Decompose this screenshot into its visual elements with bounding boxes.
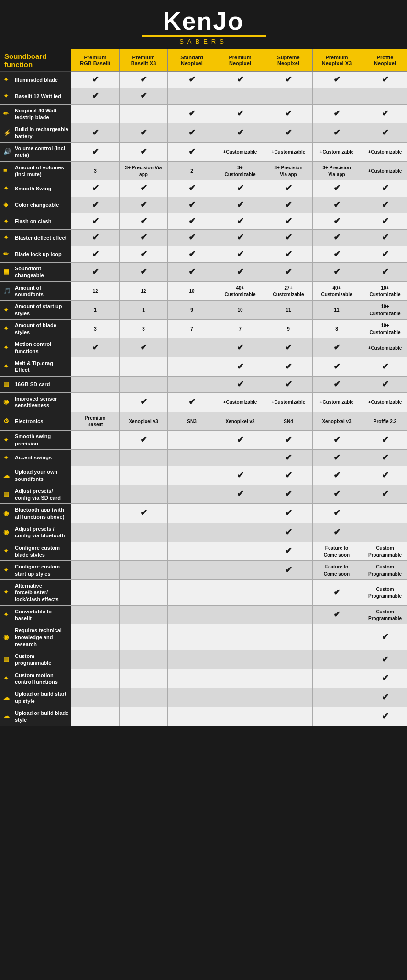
data-cell (168, 624, 216, 650)
check-mark: ✔ (382, 233, 389, 242)
data-cell (361, 88, 407, 104)
check-mark: ✔ (285, 233, 292, 242)
data-cell: 11 (264, 301, 313, 320)
check-mark: ✔ (382, 249, 389, 259)
check-mark: ✔ (382, 128, 389, 137)
data-cell (313, 650, 361, 669)
feature-cell: ◈Color changeable (0, 197, 71, 213)
data-cell (264, 624, 313, 650)
data-cell: ✔ (264, 431, 313, 450)
data-cell: 9 (168, 301, 216, 320)
data-cell: ✔ (361, 197, 407, 213)
data-cell: ✔ (313, 123, 361, 143)
row-icon: 🎵 (3, 287, 11, 295)
data-cell: ✔ (264, 72, 313, 88)
data-cell: ✔ (313, 104, 361, 123)
feature-cell: ▦Soundfont changeable (0, 263, 71, 282)
data-cell: ✔ (120, 246, 168, 262)
data-cell: ✔ (120, 338, 168, 357)
data-cell (264, 669, 313, 688)
data-cell (168, 579, 216, 605)
feature-cell: ✦Configure custom start up styles (0, 561, 71, 580)
data-cell: ✔ (313, 230, 361, 246)
check-mark: ✔ (382, 109, 389, 118)
check-mark: ✔ (237, 343, 244, 352)
data-cell: SN3 (168, 412, 216, 431)
feature-cell: ▦16GB SD card (0, 376, 71, 392)
check-mark: ✔ (188, 233, 196, 242)
data-cell: ✔ (216, 485, 264, 504)
data-cell (216, 624, 264, 650)
data-cell: +Customizable (361, 142, 407, 161)
data-cell: ✔ (168, 142, 216, 161)
check-mark: ✔ (333, 200, 341, 210)
check-mark: ✔ (333, 75, 341, 84)
row-icon: ☁ (3, 713, 10, 721)
feature-label: Smooth Swing (15, 186, 51, 191)
data-cell: ✔ (361, 180, 407, 197)
feature-cell: ✦Illuminated blade (0, 72, 71, 88)
table-row: ◉Adjust presets / config via bluetooth✔✔ (0, 523, 407, 542)
check-mark: ✔ (188, 75, 196, 84)
data-cell (168, 688, 216, 707)
data-cell (120, 669, 168, 688)
check-mark: ✔ (333, 610, 341, 619)
table-row: ✏Blade lock up loop✔✔✔✔✔✔✔ (0, 246, 407, 262)
data-cell (71, 624, 120, 650)
check-mark: ✔ (237, 470, 244, 480)
data-cell (168, 338, 216, 357)
data-cell (168, 357, 216, 377)
data-cell: ✔ (120, 213, 168, 229)
feature-cell: 🔊Volume control (incl mute) (0, 142, 71, 161)
data-cell (168, 707, 216, 726)
check-mark: ✔ (140, 233, 147, 242)
cell-value: 40+ Customizable (224, 285, 255, 297)
feature-label: Melt & Tip-drag Effect (15, 360, 53, 373)
data-cell: ✔ (71, 180, 120, 197)
feature-cell: ✦Custom motion control functions (0, 669, 71, 688)
feature-label: Adjust presets / config via bluetooth (15, 526, 65, 538)
data-cell: 3 (71, 161, 120, 180)
data-cell: ✔ (216, 72, 264, 88)
check-mark: ✔ (188, 109, 196, 118)
check-mark: ✔ (333, 233, 341, 242)
data-cell: Feature to Come soon (313, 542, 361, 561)
data-cell: ✔ (264, 561, 313, 580)
data-cell (120, 688, 168, 707)
data-cell (264, 579, 313, 605)
data-cell (264, 650, 313, 669)
column-headers: Soundboardfunction PremiumRGB Baselit Pr… (0, 49, 407, 72)
data-cell: ✔ (313, 431, 361, 450)
soundboard-header: Soundboardfunction (0, 49, 71, 72)
feature-label: Amount of start up styles (15, 303, 62, 316)
data-cell: ✔ (216, 180, 264, 197)
data-cell: ✔ (313, 485, 361, 504)
cell-value: 27+ Customizable (273, 285, 304, 297)
check-mark: ✔ (237, 75, 244, 84)
row-icon: ▦ (3, 268, 9, 276)
data-cell (168, 523, 216, 542)
check-mark: ✔ (333, 489, 341, 499)
check-mark: ✔ (92, 267, 99, 277)
data-cell: ✔ (216, 104, 264, 123)
data-cell (168, 561, 216, 580)
cell-value: 3+ Precision Via app (322, 165, 351, 177)
cell-value: Custom Programmable (368, 546, 402, 557)
cell-value: +Customizable (223, 400, 257, 405)
data-cell: ✔ (168, 213, 216, 229)
data-cell (264, 605, 313, 624)
cell-value: +Customizable (223, 149, 257, 155)
table-row: ✦Melt & Tip-drag Effect✔✔✔✔ (0, 357, 407, 377)
data-cell: 12 (71, 281, 120, 301)
data-cell: ✔ (361, 376, 407, 392)
data-cell: ✔ (216, 357, 264, 377)
row-icon: ✦ (3, 325, 9, 333)
table-row: ⚙ElectronicsPremium BaselitXenopixel v3S… (0, 412, 407, 431)
data-cell (71, 605, 120, 624)
table-row: ✦Motion control functions✔✔✔✔✔+Customiza… (0, 338, 407, 357)
data-cell: ✔ (361, 213, 407, 229)
cell-value: 10+ Customizable (369, 323, 400, 335)
data-cell: ✔ (313, 338, 361, 357)
check-mark: ✔ (237, 233, 244, 242)
col-premium-neo-x3: PremiumNeopixel X3 (313, 49, 361, 72)
